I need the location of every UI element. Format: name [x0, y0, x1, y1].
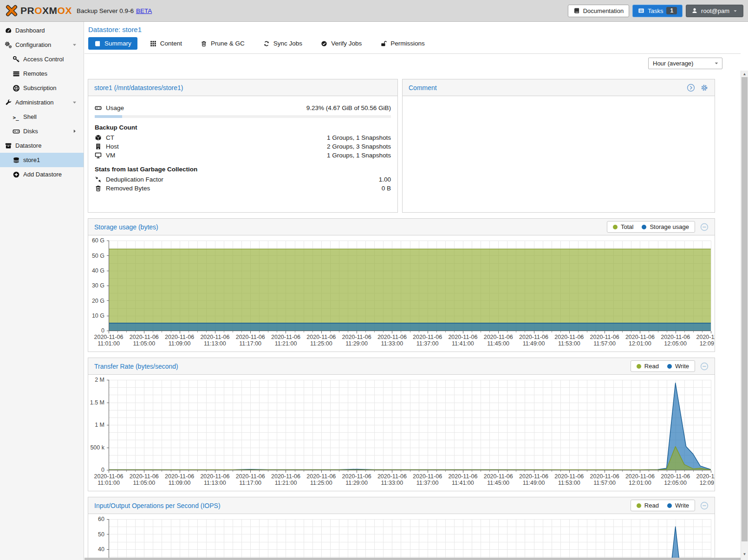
legend-item-storage-usage[interactable]: Storage usage [642, 223, 689, 230]
stat-value: 2 Groups, 3 Snapshots [327, 143, 391, 150]
cube-icon [95, 134, 102, 141]
book-icon [94, 40, 101, 47]
wordmark-part: O [34, 5, 42, 16]
sidebar-item-label: Disks [23, 128, 38, 135]
tab-label: Permissions [390, 40, 425, 47]
legend-label: Read [644, 502, 659, 509]
scrollbar-thumb[interactable] [741, 77, 748, 541]
svg-text:>_: >_ [13, 114, 20, 120]
legend-item-write[interactable]: Write [667, 502, 689, 509]
scroll-down-arrow[interactable]: ▼ [741, 552, 748, 556]
x-tick-time: 12:09:00 [700, 480, 715, 486]
x-tick-date: 2020-11-06 [413, 334, 442, 340]
x-tick-time: 11:57:00 [593, 340, 616, 347]
x-tick-date: 2020-11-06 [165, 334, 194, 340]
series-write [109, 527, 711, 560]
documentation-button[interactable]: Documentation [568, 5, 629, 17]
legend-dot [667, 364, 672, 369]
x-tick-time: 11:41:00 [452, 480, 474, 486]
sidebar-item-label: Subscription [23, 85, 57, 91]
legend-item-read[interactable]: Read [637, 502, 659, 509]
sidebar: DashboardConfigurationAccess ControlRemo… [0, 22, 84, 560]
sidebar-item-disks[interactable]: Disks [0, 124, 84, 138]
collapse-icon[interactable] [700, 501, 709, 510]
scroll-up-arrow[interactable]: ▲ [741, 72, 748, 76]
sidebar-item-label: Datastore [15, 142, 41, 149]
x-tick-time: 11:25:00 [310, 340, 332, 347]
y-tick-label: 0 [101, 327, 104, 334]
tab-verify-jobs[interactable]: Verify Jobs [315, 37, 368, 50]
x-tick-time: 11:01:00 [98, 340, 120, 347]
tab-bar: SummaryContentPrune & GCSync JobsVerify … [85, 34, 741, 54]
task-list-icon [638, 7, 644, 14]
stat-row-removed-bytes: Removed Bytes0 B [95, 184, 391, 193]
tab-permissions[interactable]: Permissions [374, 37, 431, 50]
tasks-button[interactable]: Tasks 1 [632, 5, 683, 17]
caret-down-icon [72, 100, 77, 105]
x-tick-date: 2020-11-06 [625, 334, 655, 340]
sidebar-item-add-datastore[interactable]: Add Datastore [0, 167, 84, 182]
tab-prune-gc[interactable]: Prune & GC [195, 37, 251, 50]
series-storage-usage [109, 323, 711, 331]
tab-label: Content [160, 40, 182, 47]
remotes-icon [13, 70, 20, 78]
horizontal-scrollbar[interactable] [85, 558, 741, 560]
backup-count-rows: CT1 Groups, 1 SnapshotsHost2 Groups, 3 S… [95, 133, 391, 160]
tab-label: Sync Jobs [273, 40, 302, 47]
sidebar-item-configuration[interactable]: Configuration [0, 38, 84, 52]
product-version: Backup Server 0.9-6 [77, 7, 134, 14]
y-tick-label: 60 G [92, 237, 104, 244]
y-tick-label: 50 G [92, 253, 104, 259]
x-tick-date: 2020-11-06 [554, 334, 584, 340]
tab-label: Prune & GC [211, 40, 245, 47]
documentation-label: Documentation [583, 7, 624, 14]
chart-title: Input/Output Operations per Second (IOPS… [94, 502, 221, 509]
sidebar-item-datastore[interactable]: Datastore [0, 138, 84, 153]
x-tick-time: 11:17:00 [239, 340, 261, 347]
series-write [109, 383, 711, 470]
time-range-select[interactable]: Hour (average) [648, 58, 722, 69]
comment-body[interactable] [403, 96, 715, 111]
x-tick-time: 11:49:00 [523, 340, 545, 347]
x-tick-time: 11:09:00 [169, 340, 191, 347]
page-title: Datastore: store1 [85, 22, 741, 34]
collapse-icon[interactable] [700, 223, 709, 231]
legend-dot [667, 503, 672, 508]
x-tick-date: 2020-11-06 [130, 473, 159, 480]
series-total [109, 249, 711, 331]
tab-content[interactable]: Content [144, 37, 188, 50]
legend-item-total[interactable]: Total [613, 223, 633, 230]
tab-sync-jobs[interactable]: Sync Jobs [257, 37, 308, 50]
legend-label: Write [675, 363, 689, 370]
gear-icon[interactable] [700, 84, 709, 92]
sidebar-item-subscription[interactable]: Subscription [0, 81, 84, 95]
legend-item-write[interactable]: Write [667, 363, 689, 370]
x-tick-date: 2020-11-06 [200, 473, 229, 480]
user-menu-button[interactable]: root@pam [686, 5, 743, 17]
sidebar-item-remotes[interactable]: Remotes [0, 66, 84, 81]
stat-label: CT [106, 134, 114, 141]
gc-stats-heading: Stats from last Garbage Collection [95, 166, 391, 173]
chart-title: Transfer Rate (bytes/second) [94, 363, 178, 370]
sidebar-item-dashboard[interactable]: Dashboard [0, 23, 84, 38]
sidebar-item-access-control[interactable]: Access Control [0, 52, 84, 66]
sidebar-item-administration[interactable]: Administration [0, 95, 84, 110]
collapse-icon[interactable] [700, 362, 709, 371]
legend-dot [637, 364, 641, 369]
header-actions: Documentation Tasks 1 root@pam [568, 5, 743, 17]
sidebar-item-label: Remotes [23, 70, 47, 77]
x-tick-date: 2020-11-06 [661, 473, 690, 480]
sidebar-item-shell[interactable]: >_Shell [0, 110, 84, 124]
y-tick-label: 60 [98, 516, 104, 522]
sidebar-item-label: Dashboard [15, 27, 45, 34]
x-tick-time: 11:21:00 [275, 340, 297, 347]
sidebar-item-store1[interactable]: store1 [0, 153, 84, 167]
beta-link[interactable]: BETA [136, 7, 152, 14]
datastore-panel-title: store1 (/mnt/datastores/store1) [94, 84, 183, 91]
vertical-scrollbar[interactable]: ▲ ▼ [741, 71, 748, 560]
x-tick-date: 2020-11-06 [200, 334, 229, 340]
x-tick-time: 11:05:00 [133, 480, 155, 486]
legend-item-read[interactable]: Read [637, 363, 659, 370]
tab-summary[interactable]: Summary [88, 37, 137, 50]
edit-comment-icon[interactable] [687, 84, 695, 92]
